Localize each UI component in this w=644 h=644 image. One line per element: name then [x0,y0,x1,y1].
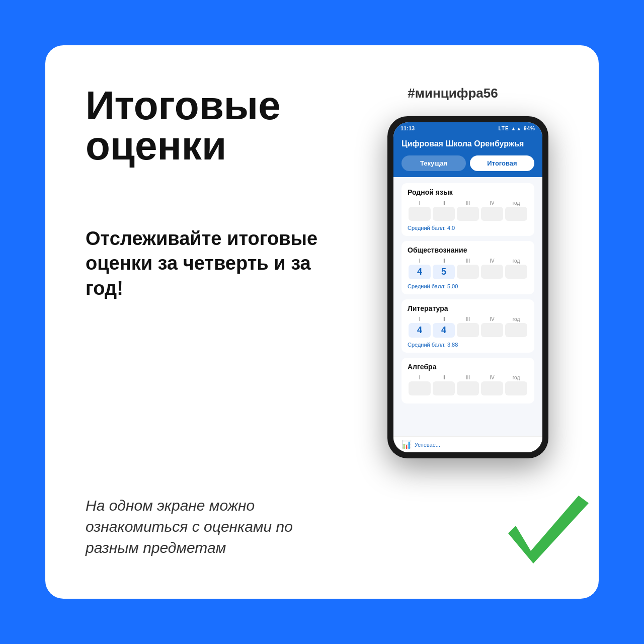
subject-name-4: Алгебра [408,363,528,371]
avg-score-3: Средний балл: 3,88 [408,342,528,348]
right-panel: #минцифра56 11:13 LTE ▲▲ 94% Цифровая Шк… [347,86,558,558]
tab-final[interactable]: Итоговая [470,155,534,171]
avg-score-2: Средний балл: 5,00 [408,283,528,289]
subject-name-3: Литература [408,304,528,312]
phone-wrapper: 11:13 LTE ▲▲ 94% Цифровая Школа Оренбурж… [377,116,558,558]
phone-content: Родной язык I II III IV год Средний балл… [393,177,542,436]
nav-icon: 📊 [401,440,412,449]
left-panel: Итоговые оценки Отслеживайте итоговые оц… [86,86,347,558]
grades-headers-3: I4 II4 III IV год [408,316,528,339]
status-time: 11:13 [400,125,415,131]
avg-score-1: Средний балл: 4.0 [408,225,528,231]
subject-block-3: Литература I4 II4 III IV год Средний бал… [401,299,534,353]
subject-name-2: Обществознание [408,246,528,254]
grades-headers-4: I II III IV год [408,375,528,396]
subject-block-4: Алгебра I II III IV год [401,358,534,404]
status-bar: 11:13 LTE ▲▲ 94% [393,122,542,134]
app-header: Цифровая Школа Оренбуржья [393,134,542,155]
subject-block-1: Родной язык I II III IV год Средний балл… [401,183,534,236]
grades-headers-2: I4 II5 III IV год [408,258,528,280]
main-title: Итоговые оценки [86,86,327,166]
subject-block-2: Обществознание I4 II5 III IV год Средний… [401,241,534,294]
main-card: Итоговые оценки Отслеживайте итоговые оц… [45,45,599,599]
status-icons: LTE ▲▲ 94% [498,126,535,131]
grades-headers-1: I II III IV год [408,200,528,222]
phone-mockup: 11:13 LTE ▲▲ 94% Цифровая Школа Оренбурж… [387,116,548,458]
bottom-note: На одном экране можно ознакомиться с оце… [86,495,327,558]
app-name: Цифровая Школа Оренбуржья [401,139,524,148]
hashtag-text: #минцифра56 [347,86,558,101]
svg-marker-0 [508,496,589,564]
tabs-container: Текущая Итоговая [393,155,542,177]
nav-label: Успевае... [415,442,440,448]
checkmark-decoration [498,488,599,589]
subject-name-1: Родной язык [408,188,528,196]
bottom-nav-bar: 📊 Успевае... [393,436,542,452]
subtitle-text: Отслеживайте итоговые оценки за четверть… [86,226,327,301]
tab-current[interactable]: Текущая [401,155,466,171]
phone-screen: 11:13 LTE ▲▲ 94% Цифровая Школа Оренбурж… [393,122,542,452]
